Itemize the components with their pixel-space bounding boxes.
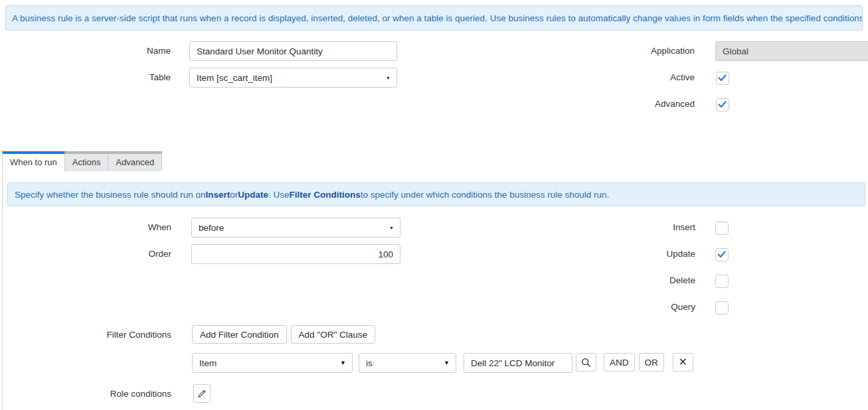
help-banner: A business rule is a server-side script … bbox=[5, 5, 863, 31]
table-label: Table bbox=[66, 68, 171, 88]
query-checkbox[interactable] bbox=[715, 301, 729, 314]
tab-advanced[interactable]: Advanced bbox=[108, 151, 162, 171]
help-segment: or bbox=[230, 190, 238, 200]
condition-field-value: Item bbox=[199, 358, 217, 368]
update-checkbox[interactable] bbox=[715, 248, 729, 261]
table-select[interactable]: Item [sc_cart_item] ▼ bbox=[189, 68, 397, 88]
insert-label: Insert bbox=[598, 222, 695, 234]
name-input[interactable] bbox=[189, 41, 397, 61]
application-field: Global bbox=[715, 41, 868, 61]
delete-label: Delete bbox=[598, 275, 695, 287]
advanced-checkbox[interactable] bbox=[716, 98, 729, 111]
when-select-value: before bbox=[199, 223, 224, 233]
update-label: Update bbox=[598, 248, 695, 260]
add-or-clause-button[interactable]: Add "OR" Clause bbox=[291, 325, 375, 344]
search-icon bbox=[581, 358, 591, 368]
insert-checkbox[interactable] bbox=[715, 222, 729, 235]
order-label: Order bbox=[67, 244, 171, 264]
help-segment-insert: Insert bbox=[205, 190, 230, 200]
help-segment: . Use bbox=[268, 190, 290, 200]
delete-condition-button[interactable]: ✕ bbox=[673, 353, 693, 372]
when-select[interactable]: before ▼ bbox=[191, 218, 400, 238]
when-label: When bbox=[67, 218, 171, 238]
delete-checkbox[interactable] bbox=[715, 275, 729, 288]
advanced-label: Advanced bbox=[598, 98, 695, 110]
condition-field-select[interactable]: Item ▼ bbox=[192, 353, 353, 373]
filter-condition-row: Item ▼ is ▼ AND OR ✕ bbox=[192, 353, 693, 373]
business-rule-form: A business rule is a server-side script … bbox=[0, 0, 868, 410]
chevron-down-icon: ▼ bbox=[389, 226, 394, 230]
add-filter-condition-button[interactable]: Add Filter Condition bbox=[192, 325, 287, 344]
help-banner-text: A business rule is a server-side script … bbox=[12, 13, 863, 23]
condition-operator-select[interactable]: is ▼ bbox=[359, 353, 456, 373]
chevron-down-icon: ▼ bbox=[340, 360, 346, 366]
tab-when-to-run[interactable]: When to run bbox=[2, 151, 65, 171]
help-segment: Specify whether the business rule should… bbox=[15, 190, 205, 200]
condition-operator-value: is bbox=[366, 358, 373, 368]
active-label: Active bbox=[598, 72, 695, 84]
tab-help-message: Specify whether the business rule should… bbox=[7, 182, 865, 206]
edit-role-conditions-button[interactable] bbox=[193, 384, 211, 403]
and-button[interactable]: AND bbox=[604, 353, 635, 372]
pencil-icon bbox=[197, 389, 207, 398]
name-label: Name bbox=[66, 41, 171, 61]
help-segment-filter-conditions: Filter Conditions bbox=[290, 190, 361, 200]
role-conditions-label: Role conditions bbox=[7, 384, 171, 404]
filter-conditions-label: Filter Conditions bbox=[7, 325, 171, 345]
query-label: Query bbox=[598, 301, 695, 313]
active-checkbox[interactable] bbox=[716, 72, 729, 85]
tab-actions[interactable]: Actions bbox=[65, 151, 109, 171]
tab-strip: When to run Actions Advanced bbox=[2, 151, 162, 171]
chevron-down-icon: ▼ bbox=[386, 76, 391, 80]
close-icon: ✕ bbox=[679, 357, 687, 368]
table-select-value: Item [sc_cart_item] bbox=[197, 73, 272, 83]
help-segment-update: Update bbox=[238, 190, 268, 200]
chevron-down-icon: ▼ bbox=[444, 360, 450, 366]
or-button[interactable]: OR bbox=[639, 353, 664, 372]
application-label: Application bbox=[598, 41, 695, 61]
application-value: Global bbox=[723, 46, 748, 56]
help-segment: to specify under which conditions the bu… bbox=[361, 190, 609, 200]
when-to-run-panel: Specify whether the business rule should… bbox=[2, 171, 868, 410]
condition-value-input[interactable] bbox=[464, 353, 572, 373]
reference-lookup-button[interactable] bbox=[576, 353, 596, 372]
order-input[interactable] bbox=[191, 244, 400, 264]
